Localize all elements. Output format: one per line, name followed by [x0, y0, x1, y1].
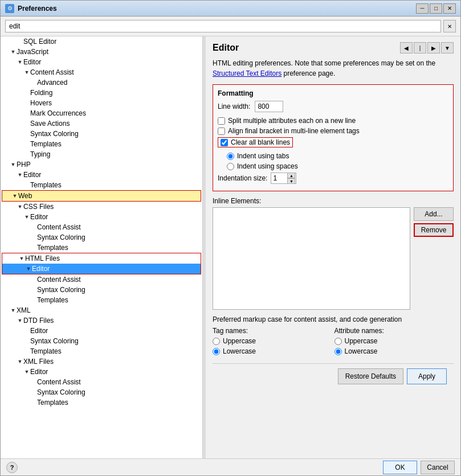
attr-uppercase-radio[interactable]	[334, 338, 342, 345]
tree-item-php-templates[interactable]: Templates	[1, 180, 202, 190]
attr-lowercase-radio[interactable]	[334, 348, 342, 355]
attr-lowercase-label: Lowercase	[345, 347, 378, 355]
tag-names-col: Tag names: Uppercase Lowercase	[213, 327, 332, 358]
tree-item-js-hovers[interactable]: Hovers	[1, 98, 202, 108]
tree-arrow-php-editor[interactable]: ▼	[17, 172, 23, 178]
tree-item-web[interactable]: ▼Web	[2, 191, 201, 201]
tree-arrow-html-editor[interactable]: ▼	[25, 266, 32, 272]
tree-item-js-typing[interactable]: Typing	[1, 149, 202, 159]
tree-item-js-mark-occurrences[interactable]: Mark Occurrences	[1, 108, 202, 118]
tree-label-js-editor: Editor	[23, 58, 41, 66]
tree-arrow-xml[interactable]: ▼	[10, 307, 17, 313]
tree-item-xml[interactable]: ▼XML	[1, 305, 202, 315]
tree-item-dtd-editor[interactable]: Editor	[1, 326, 202, 336]
attr-names-label: Attribute names:	[334, 327, 454, 335]
minimize-button[interactable]: ─	[416, 3, 429, 14]
tree-arrow-xml-files[interactable]: ▼	[17, 359, 23, 364]
remove-button[interactable]: Remove	[414, 223, 454, 237]
tree-arrow-xml-editor[interactable]: ▼	[23, 369, 30, 375]
tree-item-css-syntax-coloring[interactable]: Syntax Coloring	[1, 232, 202, 243]
window-icon: ⚙	[5, 4, 14, 13]
tree-arrow-js-content-assist[interactable]: ▼	[23, 69, 30, 75]
cancel-button[interactable]: Cancel	[421, 461, 455, 474]
indent-spaces-radio[interactable]	[227, 163, 234, 170]
nav-forward-button[interactable]: ▶	[427, 42, 440, 54]
tree-item-css-files[interactable]: ▼CSS Files	[1, 202, 202, 212]
tree-item-sql-editor[interactable]: SQL Editor	[1, 36, 202, 47]
content-area: ✕ SQL Editor▼JavaScript▼Editor▼Content A…	[1, 17, 460, 458]
tree-arrow-php[interactable]: ▼	[10, 162, 17, 167]
tree-item-php[interactable]: ▼PHP	[1, 159, 202, 170]
editor-nav-buttons: ◀ | ▶ ▼	[400, 42, 454, 54]
tree-item-php-editor[interactable]: ▼Editor	[1, 170, 202, 180]
tree-item-js-content-assist[interactable]: ▼Content Assist	[1, 67, 202, 77]
tree-arrow-js-editor[interactable]: ▼	[17, 59, 23, 65]
tree-item-js-advanced[interactable]: Advanced	[1, 77, 202, 88]
split-attrs-checkbox[interactable]	[218, 117, 225, 125]
tree-item-dtd-syntax-coloring[interactable]: Syntax Coloring	[1, 336, 202, 346]
align-bracket-checkbox[interactable]	[218, 128, 225, 135]
tree-label-css-templates: Templates	[37, 244, 68, 252]
tree-label-css-content-assist: Content Assist	[37, 223, 81, 231]
tree-item-xml-syntax-coloring[interactable]: Syntax Coloring	[1, 387, 202, 397]
editor-panel: Editor ◀ | ▶ ▼ HTML editing preferences.…	[206, 36, 460, 458]
tree-item-js-editor[interactable]: ▼Editor	[1, 57, 202, 67]
tree-item-js-templates[interactable]: Templates	[1, 139, 202, 149]
tree-item-xml-files[interactable]: ▼XML Files	[1, 356, 202, 367]
tree-arrow-html-files[interactable]: ▼	[18, 256, 25, 261]
apply-button[interactable]: Apply	[407, 368, 447, 384]
tag-uppercase-radio[interactable]	[213, 338, 220, 345]
tree-item-javascript[interactable]: ▼JavaScript	[1, 47, 202, 57]
line-width-input[interactable]	[255, 101, 283, 112]
tree-item-xml-editor[interactable]: ▼Editor	[1, 367, 202, 377]
tree-item-css-templates[interactable]: Templates	[1, 243, 202, 253]
structured-text-link[interactable]: Structured Text Editors	[213, 69, 282, 77]
search-input[interactable]	[5, 20, 441, 32]
attr-uppercase-label: Uppercase	[345, 337, 378, 345]
add-button[interactable]: Add...	[414, 207, 454, 221]
search-bar: ✕	[1, 17, 460, 36]
tree-item-dtd-templates[interactable]: Templates	[1, 346, 202, 356]
inline-elements-area: Add... Remove	[213, 207, 454, 310]
line-width-row: Line width:	[218, 101, 448, 112]
markup-case-section: Preferred markup case for content assist…	[213, 315, 454, 358]
nav-separator: |	[414, 42, 426, 54]
search-clear-button[interactable]: ✕	[443, 20, 456, 32]
spinner-up[interactable]: ▲	[287, 173, 295, 178]
inline-elements-list[interactable]	[213, 207, 410, 310]
tag-lowercase-radio[interactable]	[213, 348, 220, 355]
tree-item-css-content-assist[interactable]: Content Assist	[1, 222, 202, 232]
tree-item-html-editor[interactable]: ▼Editor	[2, 264, 201, 274]
nav-dropdown-button[interactable]: ▼	[441, 42, 454, 54]
tree-arrow-web[interactable]: ▼	[11, 193, 18, 199]
help-button[interactable]: ?	[6, 462, 18, 473]
tree-label-html-syntax-coloring: Syntax Coloring	[37, 286, 85, 294]
nav-back-button[interactable]: ◀	[400, 42, 413, 54]
spinner-down[interactable]: ▼	[287, 178, 295, 184]
tree-arrow-javascript[interactable]: ▼	[10, 49, 17, 55]
indent-tabs-radio[interactable]	[227, 153, 234, 160]
ok-button[interactable]: OK	[383, 461, 417, 474]
tree-item-xml-content-assist[interactable]: Content Assist	[1, 377, 202, 387]
tree-label-dtd-files: DTD Files	[23, 317, 54, 325]
clear-blank-lines-checkbox[interactable]	[221, 139, 228, 146]
tree-item-js-folding[interactable]: Folding	[1, 88, 202, 98]
tree-item-js-save-actions[interactable]: Save Actions	[1, 118, 202, 129]
tree-item-html-syntax-coloring[interactable]: Syntax Coloring	[1, 285, 202, 295]
tree-item-xml-templates[interactable]: Templates	[1, 397, 202, 408]
tree-item-html-content-assist[interactable]: Content Assist	[1, 274, 202, 285]
tree-arrow-dtd-files[interactable]: ▼	[17, 318, 23, 323]
formatting-title: Formatting	[218, 89, 448, 97]
close-button[interactable]: ✕	[443, 3, 456, 14]
restore-defaults-button[interactable]: Restore Defaults	[338, 368, 403, 384]
tree-item-js-syntax-coloring[interactable]: Syntax Coloring	[1, 129, 202, 139]
indentation-size-input[interactable]	[271, 174, 287, 183]
tree-item-dtd-files[interactable]: ▼DTD Files	[1, 315, 202, 326]
tree-arrow-css-files[interactable]: ▼	[17, 204, 23, 210]
tree-item-css-editor[interactable]: ▼Editor	[1, 212, 202, 222]
tree-item-html-templates[interactable]: Templates	[1, 295, 202, 305]
tree-arrow-css-editor[interactable]: ▼	[23, 214, 30, 220]
maximize-button[interactable]: □	[430, 3, 442, 14]
tree-label-dtd-editor: Editor	[30, 327, 48, 335]
tree-item-html-files[interactable]: ▼HTML Files	[2, 253, 201, 264]
